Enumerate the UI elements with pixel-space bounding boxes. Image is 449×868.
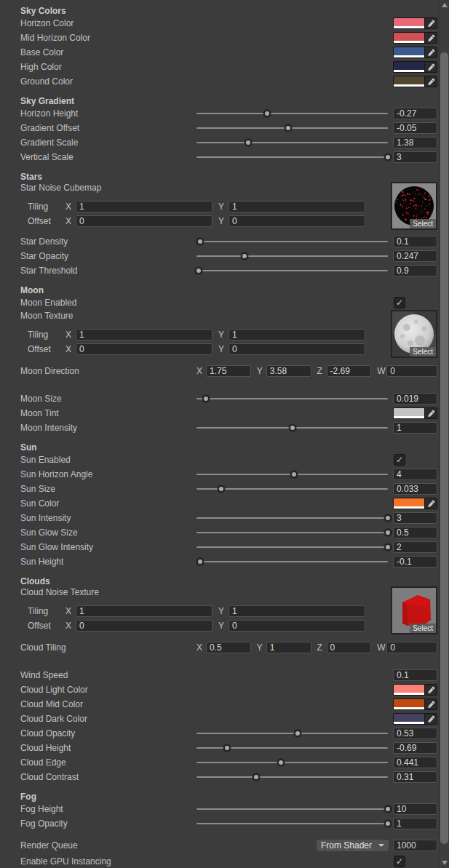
fog-height-value[interactable]: 10 — [393, 803, 437, 815]
high-color-swatch[interactable] — [393, 61, 437, 73]
cloud-opacity-slider[interactable] — [196, 729, 388, 738]
color-well[interactable] — [394, 18, 424, 26]
gpu-instancing-checkbox[interactable]: ✓ — [394, 856, 405, 867]
select-button[interactable]: Select — [410, 347, 436, 357]
moon-offset-y-field[interactable]: 0 — [229, 343, 365, 355]
vertical-scale-slider[interactable] — [196, 153, 388, 162]
cloud-noise-texture-thumbnail[interactable]: Select — [391, 586, 437, 634]
horizon-color-swatch[interactable] — [393, 17, 437, 29]
slider-thumb[interactable] — [294, 730, 301, 737]
moon-offset-x-field[interactable]: 0 — [76, 343, 212, 355]
slider-thumb[interactable] — [196, 238, 204, 245]
moon-direction-w-field[interactable]: 0 — [386, 365, 437, 377]
cloud-tiling-z-field[interactable]: 0 — [327, 642, 372, 653]
sun-glow-intensity-value[interactable]: 2 — [393, 541, 437, 553]
cloud-light-color-swatch[interactable] — [393, 684, 437, 696]
color-well[interactable] — [394, 62, 424, 70]
star-opacity-value[interactable]: 0.247 — [393, 250, 437, 262]
fog-opacity-value[interactable]: 1 — [393, 818, 437, 829]
star-opacity-slider[interactable] — [196, 252, 388, 260]
slider-thumb[interactable] — [290, 471, 298, 478]
ground-color-swatch[interactable] — [393, 76, 437, 87]
color-well[interactable] — [394, 498, 424, 506]
scrollbar-thumb[interactable] — [440, 52, 448, 844]
stars-tiling-x-field[interactable]: 1 — [76, 201, 212, 212]
horizon-height-value[interactable]: -0.27 — [393, 108, 437, 119]
slider-thumb[interactable] — [263, 110, 271, 117]
gradient-scale-slider[interactable] — [196, 138, 388, 147]
slider-thumb[interactable] — [384, 820, 392, 827]
gradient-offset-slider[interactable] — [196, 124, 388, 132]
fog-height-slider[interactable] — [196, 805, 388, 813]
cloud-contrast-value[interactable]: 0.31 — [393, 771, 437, 783]
scrollbar-down-arrow-icon[interactable] — [442, 861, 448, 865]
sun-height-value[interactable]: -0.1 — [393, 556, 437, 568]
star-noise-cubemap-thumbnail[interactable]: Select — [391, 182, 437, 230]
cloud-tiling-x-field[interactable]: 0.5 — [206, 642, 251, 653]
vertical-scrollbar[interactable] — [439, 0, 449, 868]
moon-tint-swatch[interactable] — [393, 407, 437, 419]
slider-thumb[interactable] — [202, 395, 210, 402]
eyedropper-icon[interactable] — [424, 498, 437, 509]
sun-intensity-value[interactable]: 3 — [393, 512, 437, 524]
slider-thumb[interactable] — [253, 773, 260, 781]
slider-thumb[interactable] — [196, 558, 204, 565]
cloud-height-value[interactable]: -0.69 — [393, 742, 437, 754]
eyedropper-icon[interactable] — [424, 714, 437, 724]
moon-tiling-x-field[interactable]: 1 — [76, 329, 212, 341]
cloud-height-slider[interactable] — [196, 744, 388, 752]
color-well[interactable] — [394, 408, 424, 416]
eyedropper-icon[interactable] — [424, 62, 437, 72]
cloud-contrast-slider[interactable] — [196, 773, 388, 781]
eyedropper-icon[interactable] — [424, 685, 437, 695]
star-threshold-slider[interactable] — [196, 266, 388, 275]
moon-direction-y-field[interactable]: 3.58 — [266, 365, 311, 377]
cloud-edge-slider[interactable] — [196, 758, 388, 767]
slider-thumb[interactable] — [384, 529, 392, 536]
sun-color-swatch[interactable] — [393, 498, 437, 509]
gradient-scale-value[interactable]: 1.38 — [393, 137, 437, 148]
cloud-dark-color-swatch[interactable] — [393, 713, 437, 725]
sun-size-slider[interactable] — [196, 485, 388, 493]
eyedropper-icon[interactable] — [424, 76, 437, 87]
mid-horizon-color-swatch[interactable] — [393, 32, 437, 44]
eyedropper-icon[interactable] — [424, 408, 437, 418]
eyedropper-icon[interactable] — [424, 47, 437, 57]
slider-thumb[interactable] — [384, 154, 392, 161]
slider-thumb[interactable] — [289, 424, 296, 431]
color-well[interactable] — [394, 714, 424, 722]
render-queue-value[interactable]: 1000 — [393, 840, 437, 851]
stars-offset-y-field[interactable]: 0 — [229, 215, 365, 227]
cloud-tiling-w-field[interactable]: 0 — [386, 642, 437, 653]
cloud-opacity-value[interactable]: 0.53 — [393, 728, 437, 739]
sun-intensity-slider[interactable] — [196, 514, 388, 522]
sun-horizon-angle-value[interactable]: 4 — [393, 469, 437, 480]
slider-thumb[interactable] — [195, 267, 202, 274]
moon-intensity-value[interactable]: 1 — [393, 422, 437, 434]
sun-glow-intensity-slider[interactable] — [196, 543, 388, 552]
sun-enabled-checkbox[interactable]: ✓ — [394, 454, 405, 466]
color-well[interactable] — [394, 33, 424, 41]
render-queue-dropdown[interactable]: From Shader — [317, 840, 389, 851]
cloud-edge-value[interactable]: 0.441 — [393, 757, 437, 768]
color-well[interactable] — [394, 76, 424, 84]
slider-thumb[interactable] — [384, 544, 392, 551]
clouds-offset-x-field[interactable]: 0 — [76, 620, 212, 632]
slider-thumb[interactable] — [245, 139, 252, 146]
eyedropper-icon[interactable] — [424, 33, 437, 43]
stars-tiling-y-field[interactable]: 1 — [229, 201, 365, 212]
cloud-tiling-y-field[interactable]: 1 — [266, 642, 311, 653]
eyedropper-icon[interactable] — [424, 18, 437, 28]
clouds-tiling-y-field[interactable]: 1 — [229, 605, 365, 617]
horizon-height-slider[interactable] — [196, 109, 388, 118]
sun-height-slider[interactable] — [196, 557, 388, 566]
color-well[interactable] — [394, 699, 424, 707]
moon-texture-thumbnail[interactable]: Select — [391, 310, 437, 358]
slider-thumb[interactable] — [241, 252, 248, 260]
gradient-offset-value[interactable]: -0.05 — [393, 122, 437, 134]
sun-horizon-angle-slider[interactable] — [196, 470, 388, 479]
star-density-slider[interactable] — [196, 237, 388, 246]
star-threshold-value[interactable]: 0.9 — [393, 265, 437, 276]
fog-opacity-slider[interactable] — [196, 819, 388, 828]
slider-thumb[interactable] — [223, 744, 231, 752]
